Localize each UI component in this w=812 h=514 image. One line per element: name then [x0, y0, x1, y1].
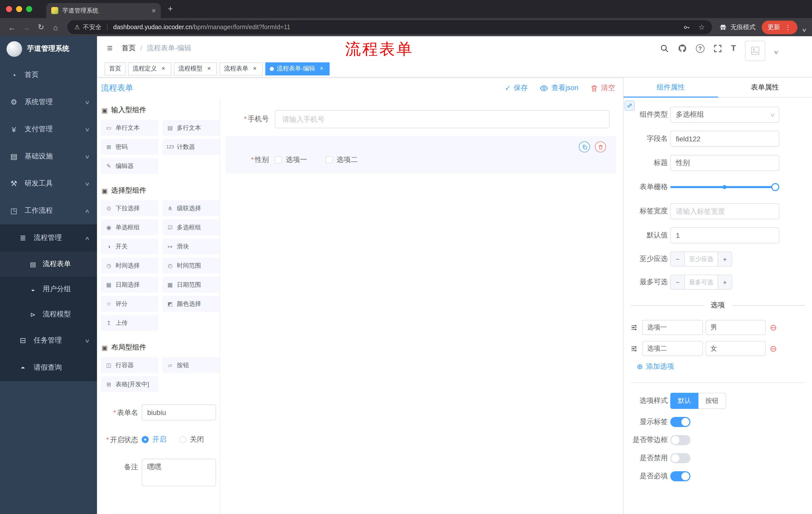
sidebar-item-system-management[interactable]: ⚙ 系统管理 ∨ — [0, 88, 97, 116]
delete-widget-button[interactable] — [595, 141, 606, 153]
tag-close-icon[interactable]: × — [160, 65, 167, 72]
component-item-select[interactable]: ⊙下拉选择 — [101, 200, 158, 216]
component-item-time-picker[interactable]: ◷时间选择 — [101, 258, 158, 274]
minimize-window-button[interactable] — [16, 6, 22, 12]
tag-process-form[interactable]: 流程表单 × — [220, 62, 263, 75]
tag-close-icon[interactable]: × — [251, 65, 258, 72]
tag-home[interactable]: 首页 — [105, 62, 126, 75]
option-label-input[interactable] — [642, 341, 703, 356]
sidebar-item-home[interactable]: ◔ 首页 — [0, 61, 97, 88]
avatar[interactable] — [745, 41, 765, 61]
sidebar-item-leave-query[interactable]: ◓ 请假查询 — [0, 354, 97, 381]
search-icon[interactable] — [660, 44, 669, 53]
sidebar-item-infrastructure[interactable]: ▤ 基础设施 ∨ — [0, 143, 97, 170]
drag-handle-icon[interactable] — [631, 345, 638, 352]
tab-close-icon[interactable]: × — [152, 7, 156, 14]
component-item-editor[interactable]: ✎编辑器 — [101, 158, 158, 174]
component-item-row-container[interactable]: ◫行容器 — [101, 357, 158, 373]
link-button[interactable] — [625, 101, 635, 111]
forward-icon[interactable]: → — [20, 23, 33, 31]
component-item-table[interactable]: ⊞表格[开发中] — [101, 376, 158, 392]
component-item-switch[interactable]: ◑开关 — [101, 238, 158, 254]
show-label-toggle[interactable] — [670, 417, 690, 427]
label-width-input[interactable] — [670, 203, 779, 219]
form-remark-textarea[interactable]: 嘿嘿 — [142, 459, 216, 486]
fullscreen-icon[interactable] — [714, 44, 722, 53]
sidebar-item-dev-tools[interactable]: ⚒ 研发工具 ∨ — [0, 170, 97, 197]
default-value-input[interactable] — [670, 227, 779, 243]
component-item-slider[interactable]: ↦滑块 — [162, 238, 220, 254]
remove-option-icon[interactable]: ⊖ — [770, 323, 777, 332]
title-input[interactable] — [670, 155, 779, 171]
sidebar-item-process-form[interactable]: ▤ 流程表单 — [0, 251, 97, 277]
hamburger-icon[interactable]: ≡ — [102, 43, 118, 54]
component-item-time-range[interactable]: ◴时间范围 — [162, 258, 220, 274]
component-item-counter[interactable]: 123计数器 — [162, 139, 220, 155]
component-item-upload[interactable]: ↥上传 — [101, 315, 158, 331]
radio-closed[interactable]: 关闭 — [179, 435, 204, 444]
component-item-multi-line-text[interactable]: ▤多行文本 — [162, 120, 220, 136]
address-bar[interactable]: ⚠ 不安全 dashboard.yudao.iocoder.cn /bpm/ma… — [67, 20, 712, 34]
with-border-toggle[interactable] — [670, 435, 690, 445]
copy-widget-button[interactable] — [579, 141, 590, 153]
form-name-input[interactable] — [142, 404, 216, 421]
component-item-button[interactable]: ▱按钮 — [162, 357, 220, 373]
sidebar-item-process-model[interactable]: ⊳ 流程模型 — [0, 302, 97, 327]
breadcrumb-home[interactable]: 首页 — [122, 44, 136, 53]
close-window-button[interactable] — [6, 6, 12, 12]
browser-tab[interactable]: 芋道管理系统 × — [46, 3, 161, 18]
avatar-chevron-icon[interactable]: ∨ — [773, 49, 779, 55]
component-item-cascader[interactable]: ⋔级联选择 — [162, 200, 220, 216]
component-item-date-range[interactable]: ▩日期范围 — [162, 277, 220, 293]
style-button-button[interactable]: 按钮 — [698, 393, 726, 409]
disabled-toggle[interactable] — [670, 453, 690, 463]
sidebar-item-task-management[interactable]: ⊟ 任务管理 ∨ — [0, 327, 97, 354]
stepper-placeholder[interactable]: 最多可选 — [685, 275, 718, 289]
decrease-button[interactable]: − — [671, 252, 685, 266]
tag-close-icon[interactable]: × — [205, 65, 212, 72]
required-toggle[interactable] — [670, 471, 690, 481]
option-value-input[interactable] — [705, 341, 766, 356]
tag-process-form-edit[interactable]: 流程表单-编辑 × — [265, 62, 330, 75]
checkbox-option-1[interactable]: 选项一 — [275, 155, 307, 164]
component-item-radio-group[interactable]: ◉单选框组 — [101, 219, 158, 235]
checkbox-option-2[interactable]: 选项二 — [326, 155, 358, 164]
canvas-field-phone[interactable]: *手机号 — [226, 109, 616, 129]
grid-slider[interactable] — [670, 179, 779, 195]
sidebar-item-workflow[interactable]: ◳ 工作流程 ∧ — [0, 197, 97, 224]
increase-button[interactable]: + — [718, 275, 732, 289]
help-icon[interactable]: ? — [696, 44, 704, 53]
security-status[interactable]: ⚠ 不安全 — [75, 23, 102, 31]
back-icon[interactable]: ← — [5, 23, 19, 31]
tag-process-model[interactable]: 流程模型 × — [174, 62, 217, 75]
component-item-color-picker[interactable]: ◩颜色选择 — [162, 296, 220, 312]
maximize-window-button[interactable] — [26, 6, 32, 12]
radio-open[interactable]: 开启 — [142, 435, 166, 444]
canvas-widget-gender-selected[interactable]: *性别 选项一 选项二 — [226, 136, 616, 173]
home-icon[interactable]: ⌂ — [49, 23, 62, 31]
view-json-button[interactable]: 查看json — [540, 83, 578, 92]
tag-close-icon[interactable]: × — [318, 65, 325, 72]
clear-button[interactable]: 清空 — [590, 83, 615, 92]
sidebar-item-process-management[interactable]: ≣ 流程管理 ∧ — [0, 224, 97, 251]
save-button[interactable]: ✓ 保存 — [505, 83, 528, 92]
key-icon[interactable] — [683, 23, 690, 31]
style-default-button[interactable]: 默认 — [670, 393, 698, 409]
browser-menu-icon[interactable]: ⋮ — [785, 23, 791, 31]
component-item-single-line-text[interactable]: ▭单行文本 — [101, 120, 158, 136]
sidebar-item-user-group[interactable]: ◒ 用户分组 — [0, 277, 97, 302]
stepper-placeholder[interactable]: 至少应选 — [685, 252, 718, 266]
canvas[interactable]: *手机号 — [220, 99, 623, 514]
option-value-input[interactable] — [705, 320, 766, 335]
add-option-button[interactable]: ⊕ 添加选项 — [637, 362, 812, 371]
component-item-checkbox-group[interactable]: ☑多选框组 — [162, 219, 220, 235]
github-icon[interactable] — [678, 44, 687, 53]
remove-option-icon[interactable]: ⊖ — [770, 344, 777, 353]
component-item-date-picker[interactable]: ▦日期选择 — [101, 277, 158, 293]
window-chevron-icon[interactable]: ∨ — [802, 27, 807, 32]
update-chrome-button[interactable]: 更新 ⋮ — [761, 20, 797, 34]
new-tab-button[interactable]: + — [168, 4, 173, 14]
reload-icon[interactable]: ↻ — [34, 23, 48, 32]
phone-input[interactable] — [275, 110, 609, 128]
tab-form-props[interactable]: 表单属性 — [718, 77, 812, 97]
